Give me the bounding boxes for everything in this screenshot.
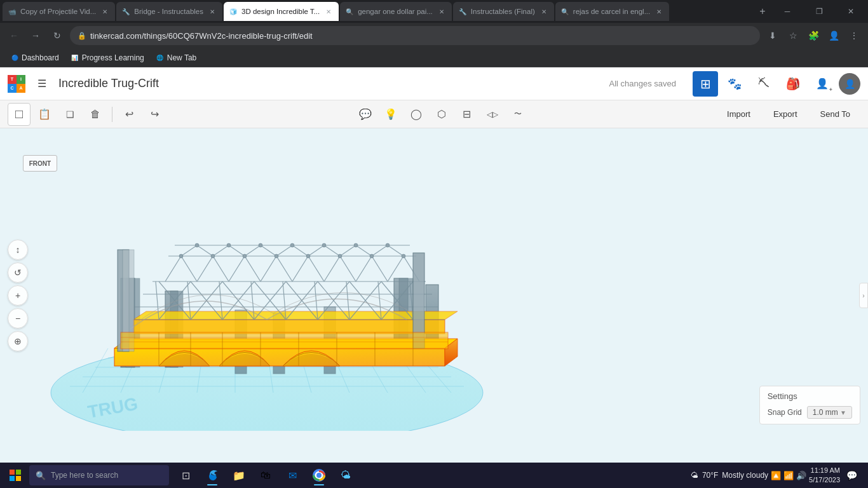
pan-button[interactable]: ↕ xyxy=(8,240,28,260)
new-tab-button[interactable]: + xyxy=(754,3,771,20)
taskbar: 🔍 Type here to search ⊡ 📁 🛍 ✉ 🌤 xyxy=(0,463,868,488)
comment-button[interactable]: 💬 xyxy=(354,103,377,126)
profile-icon[interactable]: 👤 xyxy=(825,27,843,44)
view-controls: ↕ ↺ + − ⊕ xyxy=(8,240,28,351)
taskbar-search-box[interactable]: 🔍 Type here to search xyxy=(29,465,169,485)
reload-button[interactable]: ↻ xyxy=(48,27,66,44)
tab-close-button[interactable]: ✕ xyxy=(539,6,549,17)
svg-point-95 xyxy=(243,254,247,258)
weather-widget[interactable]: 🌤 70°F Mostly cloudy xyxy=(691,471,768,480)
snap-grid-value: 1.0 mm xyxy=(813,408,838,417)
maximize-button[interactable]: ❐ xyxy=(804,2,834,21)
back-button[interactable]: ← xyxy=(5,27,23,44)
tab-close-button[interactable]: ✕ xyxy=(323,6,334,17)
3d-viewport[interactable]: FRONT ↕ ↺ + − ⊕ xyxy=(0,128,868,463)
front-label: FRONT xyxy=(23,155,57,172)
user-avatar[interactable]: 👤 xyxy=(839,73,860,95)
svg-point-102 xyxy=(227,243,231,247)
hex-shape-button[interactable]: ⬡ xyxy=(430,103,453,126)
browser-tab-tab5[interactable]: 🔧 Instructables (Final) ✕ xyxy=(453,2,554,21)
taskbar-chrome[interactable] xyxy=(306,464,332,487)
tools-button[interactable]: ⛏ xyxy=(751,71,776,97)
bookmark-new-tab-label: New Tab xyxy=(167,53,196,62)
bookmark-dashboard[interactable]: 🔵 Dashboard xyxy=(5,50,64,65)
url-box[interactable]: 🔒 tinkercad.com/things/60CQ67WnV2c-incre… xyxy=(70,26,760,45)
project-title: Incredible Trug-Crift xyxy=(58,77,602,90)
svg-line-92 xyxy=(388,245,403,256)
bookmark-progress-learning[interactable]: 📊 Progress Learning xyxy=(65,50,149,65)
community-button[interactable]: 🐾 xyxy=(722,71,747,97)
menu-icon[interactable]: ⋮ xyxy=(845,27,863,44)
svg-line-90 xyxy=(356,245,372,256)
system-clock[interactable]: 11:19 AM 5/17/2023 xyxy=(809,466,840,485)
align-button[interactable]: ⊟ xyxy=(456,103,478,126)
extensions-icon[interactable]: 🧩 xyxy=(804,27,822,44)
taskbar-mail[interactable]: ✉ xyxy=(280,464,305,487)
copy-paste-button[interactable]: 📋 xyxy=(33,103,56,126)
duplicate-button[interactable]: ❑ xyxy=(58,103,81,126)
volume-icon[interactable]: 🔊 xyxy=(796,471,806,480)
svg-point-98 xyxy=(338,254,342,258)
browser-tab-tab2[interactable]: 🔧 Bridge - Instructables ✕ xyxy=(116,2,222,21)
tab-close-button[interactable]: ✕ xyxy=(654,6,664,17)
taskbar-task-view[interactable]: ⊡ xyxy=(173,464,198,487)
menu-hamburger-button[interactable]: ☰ xyxy=(32,74,52,94)
tab-label: Instructables (Final) xyxy=(471,8,535,15)
svg-line-71 xyxy=(324,256,340,281)
add-user-button[interactable]: 👤 + xyxy=(810,71,835,97)
taskbar-edge[interactable] xyxy=(200,464,225,487)
grid-view-button[interactable]: ⊞ xyxy=(693,71,718,97)
tab-close-button[interactable]: ✕ xyxy=(207,6,217,17)
orbit-button[interactable]: ↺ xyxy=(8,262,28,283)
snap-grid-selector[interactable]: 1.0 mm ▼ xyxy=(807,406,852,419)
chevron-up-icon[interactable]: 🔼 xyxy=(771,471,781,480)
forward-button[interactable]: → xyxy=(27,27,44,44)
svg-point-129 xyxy=(316,473,322,478)
browser-tab-tab4[interactable]: 🔍 gengar one dollar pai... ✕ xyxy=(340,2,452,21)
window-controls: ─ ❐ ✕ xyxy=(773,2,865,21)
zoom-in-button[interactable]: + xyxy=(8,285,28,306)
taskbar-files[interactable]: 📁 xyxy=(226,464,252,487)
undo-button[interactable]: ↩ xyxy=(118,103,140,126)
new-shape-button[interactable]: □ xyxy=(8,103,31,126)
network-icon[interactable]: 📶 xyxy=(783,471,794,480)
minimize-button[interactable]: ─ xyxy=(773,2,802,21)
collapse-panel-handle[interactable]: › xyxy=(859,283,868,308)
download-icon[interactable]: ⬇ xyxy=(764,27,782,44)
fit-view-button[interactable]: ⊕ xyxy=(8,331,28,351)
tab-favicon: 🔍 xyxy=(560,7,569,16)
flip-button[interactable]: ◁▷ xyxy=(481,103,504,126)
bookmark-dashboard-label: Dashboard xyxy=(22,53,59,62)
redo-button[interactable]: ↪ xyxy=(143,103,166,126)
browser-tab-tab1[interactable]: 📹 Copy of Projectile Vid... ✕ xyxy=(3,2,115,21)
start-button[interactable] xyxy=(3,464,28,487)
notification-button[interactable]: 💬 xyxy=(843,466,860,484)
export-button[interactable]: Export xyxy=(763,105,808,123)
import-button[interactable]: Import xyxy=(717,105,761,123)
tinkercad-logo[interactable]: T I C A xyxy=(8,75,25,93)
circle-shape-button[interactable]: ◯ xyxy=(405,103,428,126)
taskbar-weather-app[interactable]: 🌤 xyxy=(333,464,358,487)
projects-button[interactable]: 🎒 xyxy=(780,71,806,97)
weather-icon: 🌤 xyxy=(691,471,698,480)
tc-header: T I C A ☰ Incredible Trug-Crift All chan… xyxy=(0,67,868,100)
bookmarks-bar: 🔵 Dashboard 📊 Progress Learning 🌐 New Ta… xyxy=(0,48,868,67)
bulb-button[interactable]: 💡 xyxy=(379,103,402,126)
delete-button[interactable]: 🗑 xyxy=(84,103,107,126)
svg-point-101 xyxy=(195,243,199,247)
browser-tab-tab3[interactable]: 🧊 3D design Incredible T... ✕ xyxy=(224,2,339,21)
tab-close-button[interactable]: ✕ xyxy=(437,6,447,17)
close-button[interactable]: ✕ xyxy=(836,2,865,21)
send-to-button[interactable]: Send To xyxy=(810,105,860,123)
system-icons: 🔼 📶 🔊 xyxy=(771,471,806,480)
group-button[interactable]: 〜 xyxy=(506,103,529,126)
bookmark-new-tab[interactable]: 🌐 New Tab xyxy=(151,50,201,65)
taskbar-store[interactable]: 🛍 xyxy=(253,464,278,487)
settings-label[interactable]: Settings xyxy=(768,391,852,401)
tab-close-button[interactable]: ✕ xyxy=(100,6,110,17)
zoom-out-button[interactable]: − xyxy=(8,308,28,329)
svg-line-64 xyxy=(213,256,229,281)
star-icon[interactable]: ☆ xyxy=(784,27,802,44)
browser-tab-tab6[interactable]: 🔍 rejas de carcel in engl... ✕ xyxy=(555,2,669,21)
snap-grid-row: Snap Grid 1.0 mm ▼ xyxy=(768,406,852,419)
